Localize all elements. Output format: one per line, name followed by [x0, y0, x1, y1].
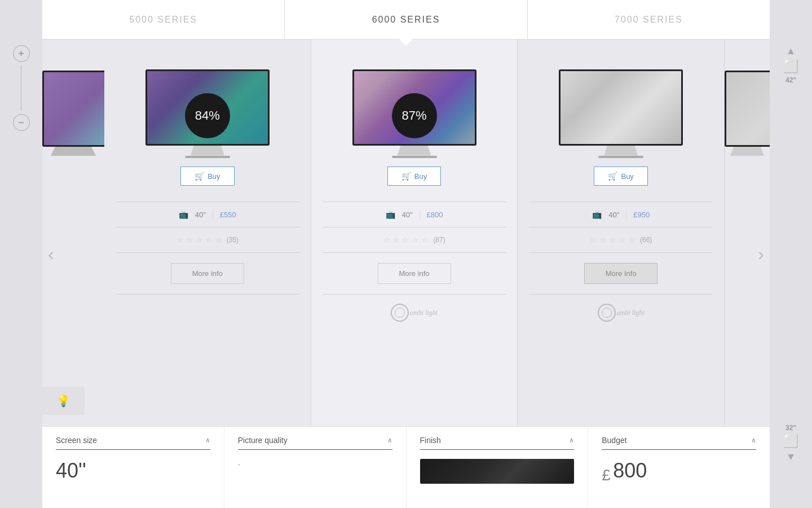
filter-budget-divider [602, 449, 756, 450]
product-2-reviews: (87) [433, 236, 445, 244]
right-sidebar: ▲ ⬜ 42" 32" ⬜ ▼ [770, 0, 812, 508]
product-2-ambi-light: ambi light [391, 304, 438, 322]
product-2-divider-3 [323, 252, 506, 253]
zoom-controls: + − [13, 45, 30, 131]
product-2-more-info-button[interactable]: More info [378, 263, 451, 284]
product-3-buy-button[interactable]: 🛒 Buy [594, 167, 647, 186]
tab-indicator [399, 39, 413, 46]
product-1-divider-1 [116, 202, 299, 202]
product-1-specs: 📺 40" £550 [179, 210, 236, 219]
product-2-image: 87% [323, 68, 506, 158]
product-2: 87% 🛒 Buy 📺 40" £800 ☆ ☆ ☆ ☆ ☆ (87) [311, 40, 518, 426]
filter-picture-quality-value: - [238, 460, 240, 468]
product-1-buy-button[interactable]: 🛒 Buy [180, 167, 234, 186]
tv-spec-icon-3: 📺 [592, 210, 602, 219]
tab-5000[interactable]: 5000 SERIES [42, 0, 284, 39]
filter-budget-value: £ 800 [602, 470, 647, 479]
ambi-logo-3: ambi light [598, 304, 645, 322]
size-top-label: 42" [785, 76, 796, 84]
filter-budget-arrow[interactable]: ∧ [751, 436, 756, 444]
product-2-buy-button[interactable]: 🛒 Buy [387, 167, 441, 186]
filter-screen-size-header: Screen size ∧ [56, 436, 210, 445]
product-3-image [529, 68, 713, 158]
star-2-3: ☆ [402, 235, 409, 244]
spec-divider-2 [420, 210, 420, 219]
products-area: 84% 🛒 Buy 📺 40" £550 ☆ ☆ ☆ ☆ ☆ (35) [42, 40, 770, 426]
light-bulb-icon: 💡 [56, 394, 70, 408]
product-2-stand [398, 146, 431, 156]
ambi-inner-2 [395, 308, 405, 318]
zoom-in-button[interactable]: + [13, 45, 30, 62]
tab-5000-label: 5000 SERIES [129, 15, 197, 25]
star-3-3: ☆ [609, 235, 616, 244]
filter-picture-quality-header: Picture quality ∧ [238, 436, 392, 445]
product-2-base [392, 156, 437, 158]
star-3-1: ☆ [590, 235, 597, 244]
nav-right-button[interactable]: › [752, 238, 770, 270]
product-3-buy-label: Buy [621, 172, 633, 181]
star-1-2: ☆ [186, 235, 193, 244]
product-1-image: 84% [116, 68, 299, 158]
product-3: 🛒 Buy 📺 40" £950 ☆ ☆ ☆ ☆ ☆ (66) More Inf… [518, 40, 725, 426]
product-1-size: 40" [195, 211, 206, 219]
star-1-1: ☆ [176, 235, 184, 244]
product-2-size: 40" [402, 211, 413, 219]
product-3-price: £950 [633, 211, 650, 219]
product-3-reviews: (66) [640, 236, 652, 244]
filter-picture-quality-title: Picture quality [238, 436, 288, 445]
filter-screen-size-divider [56, 449, 210, 450]
product-3-divider-2 [529, 227, 713, 227]
filter-finish-divider [420, 449, 575, 450]
finish-swatch[interactable] [420, 459, 575, 484]
product-2-specs: 📺 40" £800 [386, 210, 443, 219]
spec-divider-1 [213, 210, 213, 219]
star-3-4: ☆ [619, 235, 626, 244]
filter-screen-size: Screen size ∧ 40'' [42, 427, 224, 508]
product-1-price: £550 [220, 211, 236, 219]
tab-6000[interactable]: 6000 SERIES [284, 0, 527, 39]
filter-picture-quality-arrow[interactable]: ∧ [387, 436, 392, 444]
star-1-3: ☆ [196, 235, 203, 244]
right-top: ▲ ⬜ 42" [783, 45, 798, 84]
product-2-stars: ☆ ☆ ☆ ☆ ☆ (87) [383, 235, 445, 244]
spec-divider-3 [626, 210, 626, 219]
zoom-line [21, 65, 21, 111]
budget-amount: 800 [613, 459, 647, 482]
product-3-divider-1 [529, 202, 713, 202]
product-2-rating: 87% [392, 93, 437, 138]
filter-budget-header: Budget ∧ [602, 436, 756, 445]
product-3-more-info-button[interactable]: More Info [584, 263, 657, 284]
star-1-4: ☆ [205, 235, 213, 244]
product-1-divider-2 [116, 227, 299, 227]
tab-7000[interactable]: 7000 SERIES [528, 0, 770, 39]
filter-budget: Budget ∧ £ 800 [588, 427, 770, 508]
tv-spec-icon-2: 📺 [386, 210, 395, 219]
filter-finish-header: Finish ∧ [420, 436, 575, 445]
size-down-button[interactable]: ▼ [786, 451, 796, 463]
nav-left-button[interactable]: ‹ [42, 238, 60, 270]
zoom-out-button[interactable]: − [13, 114, 30, 131]
size-up-button[interactable]: ▲ [786, 45, 796, 57]
ambi-inner-3 [602, 308, 612, 318]
filter-budget-title: Budget [602, 436, 626, 445]
partial-product-right [725, 40, 770, 156]
filter-picture-quality-divider [238, 449, 392, 450]
product-3-specs: 📺 40" £950 [592, 210, 650, 219]
tv-icon-top: ⬜ [783, 59, 798, 74]
product-1: 84% 🛒 Buy 📺 40" £550 ☆ ☆ ☆ ☆ ☆ (35) [104, 40, 311, 426]
filter-screen-size-value: 40'' [56, 459, 86, 482]
series-tabs: 5000 SERIES 6000 SERIES 7000 SERIES [42, 0, 770, 40]
partial-tv-screen-left [42, 71, 104, 147]
product-1-rating: 84% [185, 93, 230, 138]
filter-screen-size-arrow[interactable]: ∧ [205, 436, 210, 444]
tv-icon-bottom: ⬜ [783, 434, 798, 449]
product-1-reviews: (35) [227, 236, 239, 244]
left-sidebar: + − [0, 0, 42, 508]
ambi-circle-3 [598, 304, 616, 322]
product-1-stand [191, 146, 224, 156]
tab-7000-label: 7000 SERIES [615, 15, 683, 25]
partial-tv-stand-right [730, 147, 764, 156]
filter-finish-arrow[interactable]: ∧ [569, 436, 574, 444]
product-1-more-info-button[interactable]: More info [171, 263, 244, 284]
partial-tv-screen-right [725, 71, 770, 147]
